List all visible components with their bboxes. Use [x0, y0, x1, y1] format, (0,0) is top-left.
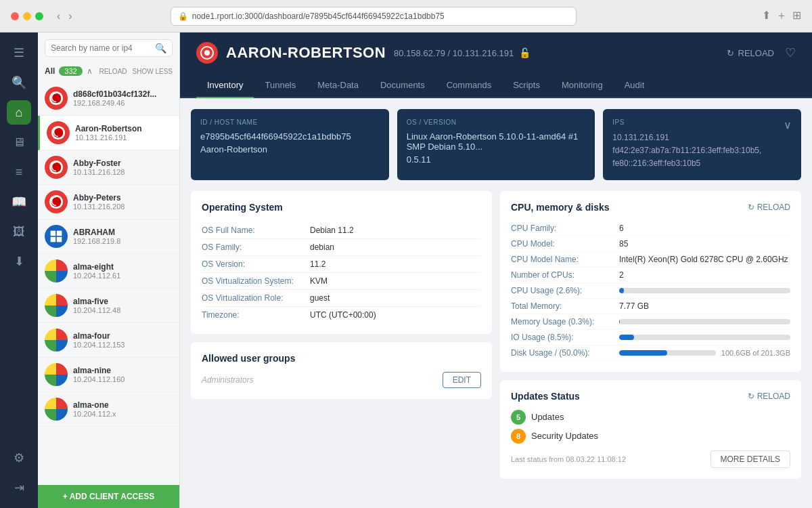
updates-status-text: Last status from 08.03.22 11:08:12 — [511, 455, 626, 463]
cpu-row-label: Memory Usage (0.3%): — [511, 317, 619, 326]
os-field-label: OS Family: — [202, 242, 310, 252]
sidebar-search-icon[interactable]: 🔍 — [7, 70, 31, 95]
client-item[interactable]: Abby-Foster 10.131.216.128 — [38, 150, 179, 185]
new-tab-icon[interactable]: ＋ — [776, 9, 787, 23]
svg-point-8 — [53, 165, 58, 169]
show-less-label[interactable]: SHOW LESS — [133, 68, 173, 75]
tab-inventory[interactable]: Inventory — [196, 73, 254, 98]
all-badge: All 332 ∧ — [45, 66, 93, 76]
client-item[interactable]: Aaron-Robertson 10.131.216.191 — [38, 116, 179, 150]
tab-tunnels[interactable]: Tunnels — [254, 73, 307, 98]
os-field-value: Debian 11.2 — [310, 226, 354, 235]
app-layout: ☰ 🔍 ⌂ 🖥 ≡ 📖 🖼 ⬇ ⚙ ⇥ 🔍 All 332 ∧ RELOAD — [0, 33, 812, 508]
client-info: ABRAHAM 192.168.219.8 — [73, 228, 173, 245]
edit-groups-button[interactable]: EDIT — [443, 372, 481, 388]
expand-icon[interactable]: ∨ — [784, 119, 792, 131]
list-header: All 332 ∧ RELOAD SHOW LESS — [38, 64, 179, 81]
ips-list: 10.131.216.191 fd42:2e37:ab7a:7b11:216:3… — [612, 131, 792, 171]
client-item[interactable]: alma-nine 10.204.112.160 — [38, 358, 179, 392]
sidebar-list-icon[interactable]: ≡ — [7, 160, 31, 184]
sidebar-settings-icon[interactable]: ⚙ — [7, 446, 31, 470]
cpu-row: CPU Usage (2.6%): — [511, 283, 790, 299]
sidebar-book-icon[interactable]: 📖 — [7, 190, 31, 214]
traffic-lights — [11, 12, 43, 20]
favorite-button[interactable]: ♡ — [785, 45, 796, 60]
client-item[interactable]: alma-five 10.204.112.48 — [38, 289, 179, 323]
minimize-traffic-light[interactable] — [23, 12, 31, 20]
icon-sidebar: ☰ 🔍 ⌂ 🖥 ≡ 📖 🖼 ⬇ ⚙ ⇥ — [0, 33, 38, 508]
chevron-icon: ∧ — [87, 66, 93, 76]
tab-monitoring[interactable]: Monitoring — [551, 73, 614, 98]
client-name: ABRAHAM — [73, 228, 173, 237]
client-ip: 10.204.112.x — [73, 410, 173, 418]
os-field-value: debian — [310, 242, 334, 252]
more-details-button[interactable]: MORE DETAILS — [710, 450, 790, 468]
ips-card-title: IPS — [612, 119, 625, 126]
forward-button[interactable]: › — [66, 9, 74, 24]
updates-reload-button[interactable]: ↻ RELOAD — [748, 391, 790, 401]
browser-nav: ‹ › — [54, 9, 75, 24]
client-item[interactable]: alma-one 10.204.112.x — [38, 392, 179, 427]
os-row: OS Virtualization Role: guest — [202, 290, 481, 307]
client-item[interactable]: ABRAHAM 192.168.219.8 — [38, 219, 179, 254]
tab-audit[interactable]: Audit — [614, 73, 656, 98]
cpu-reload-icon: ↻ — [748, 203, 754, 212]
search-box[interactable]: 🔍 — [45, 39, 173, 57]
cpu-row: CPU Model: 85 — [511, 236, 790, 252]
tab-documents[interactable]: Documents — [369, 73, 436, 98]
client-item[interactable]: Abby-Peters 10.131.216.208 — [38, 185, 179, 219]
ip2-value: fd42:2e37:ab7a:7b11:216:3eff:feb3:10b5, — [612, 144, 792, 157]
add-client-button[interactable]: + ADD CLIENT ACCESS — [38, 485, 179, 508]
close-traffic-light[interactable] — [11, 12, 19, 20]
sidebar-image-icon[interactable]: 🖼 — [7, 219, 31, 244]
client-item[interactable]: alma-four 10.204.112.153 — [38, 323, 179, 358]
client-item[interactable]: d868cf01b034cf132f... 192.168.249.46 — [38, 81, 179, 116]
main-content: AARON-ROBERTSON 80.158.62.79 / 10.131.21… — [180, 33, 812, 508]
client-item[interactable]: alma-eight 10.204.112.61 — [38, 254, 179, 289]
client-name: Abby-Peters — [73, 193, 173, 203]
cpu-rows: CPU Family: 6 CPU Model: 85 CPU Model Na… — [511, 221, 790, 361]
grid-icon[interactable]: ⊞ — [792, 9, 801, 23]
client-info: d868cf01b034cf132f... 192.168.249.46 — [73, 89, 173, 107]
tab-commands[interactable]: Commands — [436, 73, 502, 98]
client-name: d868cf01b034cf132f... — [73, 89, 173, 99]
sidebar-desktop-icon[interactable]: 🖥 — [7, 130, 31, 154]
client-info: Aaron-Robertson 10.131.216.191 — [75, 124, 173, 142]
tab-scripts[interactable]: Scripts — [502, 73, 551, 98]
client-name: alma-nine — [73, 366, 173, 375]
share-icon[interactable]: ⬆ — [762, 9, 771, 23]
reload-label[interactable]: RELOAD — [99, 68, 127, 75]
sidebar-home-icon[interactable]: ⌂ — [7, 100, 31, 125]
svg-rect-14 — [51, 237, 56, 242]
reload-button[interactable]: ↻ RELOAD — [727, 48, 774, 58]
address-bar[interactable]: 🔒 node1.rport.io:3000/dashboard/e7895b45… — [171, 7, 577, 26]
os-detail-card: Operating System OS Full Name: Debian 11… — [191, 191, 492, 334]
sidebar-logout-icon[interactable]: ⇥ — [7, 475, 31, 500]
svg-rect-12 — [51, 231, 56, 236]
sidebar-menu-icon[interactable]: ☰ — [7, 41, 31, 65]
main-header: AARON-ROBERTSON 80.158.62.79 / 10.131.21… — [180, 33, 812, 73]
address-icon: 🔒 — [178, 12, 188, 21]
updates-label: Updates — [531, 412, 564, 422]
maximize-traffic-light[interactable] — [35, 12, 43, 20]
sidebar-download-icon[interactable]: ⬇ — [7, 249, 31, 274]
tab-meta-data[interactable]: Meta-Data — [307, 73, 369, 98]
search-input[interactable] — [51, 43, 155, 53]
progress-bar — [619, 335, 790, 340]
os-card-title: OS / VERSION — [407, 119, 586, 126]
cpu-row-label: Disk Usage / (50.0%): — [511, 348, 619, 358]
cpu-reload-button[interactable]: ↻ RELOAD — [748, 203, 790, 212]
client-ip: 192.168.249.46 — [73, 99, 173, 107]
os-field-label: OS Full Name: — [202, 226, 310, 235]
list-search-container: 🔍 — [38, 33, 179, 64]
search-icon[interactable]: 🔍 — [155, 43, 166, 54]
url-text: node1.rport.io:3000/dashboard/e7895b45cf… — [192, 12, 445, 21]
back-button[interactable]: ‹ — [54, 9, 63, 24]
groups-title: Allowed user groups — [202, 353, 481, 364]
cpu-row: CPU Family: 6 — [511, 221, 790, 236]
cpu-card-title: CPU, memory & disks — [511, 202, 610, 213]
client-info: alma-eight 10.204.112.61 — [73, 262, 173, 280]
svg-point-5 — [55, 130, 60, 135]
progress-fill — [619, 350, 667, 356]
list-panel: 🔍 All 332 ∧ RELOAD SHOW LESS d868cf01b03… — [38, 33, 180, 508]
